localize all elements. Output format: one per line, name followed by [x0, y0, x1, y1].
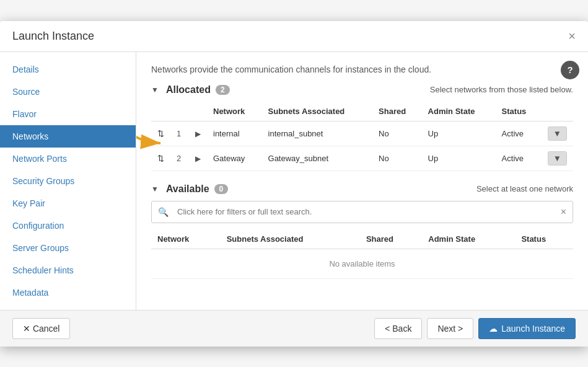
subnets-associated: Gateway_subnet: [262, 146, 373, 170]
drag-handle-icon[interactable]: ⇅: [157, 129, 164, 138]
allocated-col-shared: Shared: [372, 102, 422, 122]
move-down-button[interactable]: ▼: [548, 126, 567, 141]
sidebar-item-server-groups[interactable]: Server Groups: [0, 237, 136, 259]
shared-value: No: [372, 121, 422, 146]
sidebar-item-metadata[interactable]: Metadata: [0, 281, 136, 304]
launch-instance-button[interactable]: ☁ Launch Instance: [478, 318, 576, 339]
no-items-message: No available items: [151, 249, 573, 278]
shared-value: No: [372, 146, 422, 170]
allocated-col-subnets: Subnets Associated: [262, 102, 373, 122]
available-col-shared: Shared: [360, 229, 422, 249]
dialog-header: Launch Instance ×: [0, 21, 588, 52]
footer-right: < Back Next > ☁ Launch Instance: [374, 318, 576, 339]
status-value: Active: [496, 146, 542, 170]
sidebar-item-key-pair[interactable]: Key Pair: [0, 192, 136, 214]
cloud-upload-icon: ☁: [489, 324, 498, 334]
available-col-network: Network: [151, 229, 221, 249]
sidebar-item-flavor[interactable]: Flavor: [0, 103, 136, 125]
available-col-admin-state: Admin State: [422, 229, 515, 249]
allocated-table-header: Network Subnets Associated Shared Admin …: [151, 102, 573, 122]
subnets-associated: internal_subnet: [262, 121, 373, 146]
footer-left: ✕ Cancel: [12, 318, 70, 339]
network-name: internal: [207, 121, 262, 146]
sidebar: Details Source Flavor Networks Network P…: [0, 52, 136, 310]
table-row: ⇅ 2 ▶ Gateway Gateway_subnet No Up Activ…: [151, 146, 573, 170]
move-down-button[interactable]: ▼: [548, 151, 567, 166]
allocated-title: ▼ Allocated 2: [151, 84, 230, 95]
cancel-button[interactable]: ✕ Cancel: [12, 318, 70, 339]
search-input[interactable]: [175, 202, 555, 221]
expand-row-button[interactable]: ▶: [195, 154, 201, 163]
search-bar: 🔍 ×: [151, 201, 573, 223]
available-col-status: Status: [515, 229, 573, 249]
network-name: Gateway: [207, 146, 262, 170]
help-button[interactable]: ?: [561, 61, 579, 79]
status-value: Active: [496, 121, 542, 146]
dialog-body: Details Source Flavor Networks Network P…: [0, 52, 588, 310]
sidebar-item-security-groups[interactable]: Security Groups: [0, 170, 136, 192]
available-chevron-icon: ▼: [151, 185, 159, 193]
close-button[interactable]: ×: [568, 30, 576, 42]
allocated-col-network: Network: [207, 102, 262, 122]
next-button[interactable]: Next >: [427, 318, 473, 339]
description: Networks provide the communication chann…: [151, 64, 573, 74]
main-content: ? Networks provide the communication cha…: [136, 52, 588, 310]
sidebar-item-details[interactable]: Details: [0, 58, 136, 81]
allocated-count: 2: [216, 85, 230, 95]
table-row: ⇅ 1 ▶ internal internal_subnet No Up Act…: [151, 121, 573, 146]
available-table: Network Subnets Associated Shared Admin …: [151, 229, 573, 279]
allocated-section-header: ▼ Allocated 2 Select networks from those…: [151, 84, 573, 95]
admin-state-value: Up: [422, 121, 496, 146]
dialog-title: Launch Instance: [12, 30, 94, 43]
available-title: ▼ Available 0: [151, 184, 228, 195]
available-count: 0: [214, 184, 229, 194]
no-items-row: No available items: [151, 249, 573, 278]
allocated-col-status: Status: [496, 102, 542, 122]
dialog-footer: ✕ Cancel < Back Next > ☁ Launch Instance: [0, 310, 588, 347]
available-hint: Select at least one network: [476, 184, 573, 193]
search-icon: 🔍: [152, 202, 175, 222]
allocated-chevron-icon: ▼: [151, 86, 159, 94]
launch-instance-dialog: Launch Instance × Details Source Flavor …: [0, 21, 588, 347]
expand-row-button[interactable]: ▶: [195, 130, 201, 138]
admin-state-value: Up: [422, 146, 496, 170]
available-col-subnets: Subnets Associated: [221, 229, 360, 249]
sidebar-item-networks[interactable]: Networks: [0, 125, 136, 148]
row-num: 2: [170, 146, 189, 170]
sidebar-item-source[interactable]: Source: [0, 81, 136, 103]
allocated-table: Network Subnets Associated Shared Admin …: [151, 102, 573, 171]
drag-handle-icon[interactable]: ⇅: [157, 154, 164, 163]
row-num: 1: [170, 121, 189, 146]
back-button[interactable]: < Back: [374, 318, 422, 339]
allocated-hint: Select networks from those listed below.: [430, 85, 573, 94]
sidebar-item-scheduler-hints[interactable]: Scheduler Hints: [0, 259, 136, 281]
sidebar-item-network-ports[interactable]: Network Ports: [0, 148, 136, 170]
available-section-header: ▼ Available 0 Select at least one networ…: [151, 184, 573, 195]
sidebar-item-configuration[interactable]: Configuration: [0, 214, 136, 237]
available-table-header: Network Subnets Associated Shared Admin …: [151, 229, 573, 249]
allocated-col-admin-state: Admin State: [422, 102, 496, 122]
search-clear-icon[interactable]: ×: [555, 201, 573, 223]
